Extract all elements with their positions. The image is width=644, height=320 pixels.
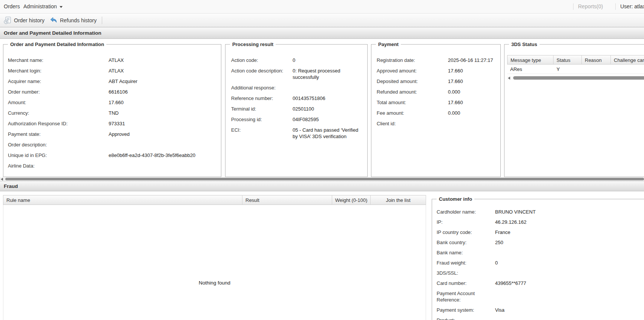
field-row: IP country code:France [437, 229, 644, 235]
column-header[interactable]: Reason [582, 55, 611, 65]
field-value: 05 - Card has passed ‘Verified by VISA’ … [293, 127, 363, 140]
field-label: Client id: [377, 120, 448, 127]
column-header[interactable]: Result [242, 195, 332, 205]
field-label: Payment Account Reference: [437, 290, 495, 303]
field-value: 250 [495, 239, 644, 246]
field-row: Product: [437, 317, 644, 320]
field-row: Action code:0 [231, 57, 363, 63]
field-row: Bank name: [437, 249, 644, 256]
column-header[interactable]: Challenge cancel [611, 55, 644, 65]
field-label: Airline Data: [8, 163, 109, 169]
menubar-divider [573, 3, 573, 10]
table-row[interactable]: AResY [507, 65, 644, 74]
field-label: Deposited amount: [377, 78, 448, 85]
field-row: Merchant name:ATLAX [8, 57, 217, 63]
field-label: Order number: [8, 89, 109, 95]
scroll-left-arrow-icon[interactable] [1, 178, 3, 181]
field-label: IP country code: [437, 229, 495, 235]
field-label: Authorization Response ID: [8, 120, 109, 127]
refunds-history-label: Refunds history [60, 17, 97, 23]
field-value: 2025-06-16 11:27:17 [448, 57, 497, 63]
field-label: Approved amount: [377, 68, 448, 74]
field-value: ATLAX [109, 68, 217, 74]
field-row: Terminal id:02501100 [231, 106, 363, 112]
field-label: Unique id in EPG: [8, 152, 109, 158]
section-header-order-payment: Order and Payment Detailed Information [0, 27, 644, 39]
field-row: Payment state:Approved [8, 131, 217, 137]
field-value [109, 163, 217, 169]
column-header[interactable]: Status [554, 55, 582, 65]
field-row: Refunded amount:0.000 [377, 89, 497, 95]
three-ds-horizontal-scrollbar[interactable] [507, 76, 644, 80]
field-label: Merchant login: [8, 68, 109, 74]
field-value: France [495, 229, 644, 235]
menu-orders[interactable]: Orders [4, 0, 20, 13]
order-payment-pane: Order and Payment Detailed Information M… [0, 39, 644, 177]
field-row: IP:46.29.126.162 [437, 219, 644, 225]
field-label: Action code: [231, 57, 293, 63]
caret-down-icon [60, 6, 63, 8]
field-label: Payment state: [8, 131, 109, 137]
scrollbar-thumb[interactable] [513, 76, 644, 80]
column-header[interactable]: Message type [507, 55, 554, 65]
payment-legend: Payment [376, 42, 401, 47]
processing-result-legend: Processing result [230, 42, 276, 47]
main-horizontal-scrollbar[interactable] [0, 177, 644, 181]
field-label: Amount: [8, 99, 109, 106]
field-row: 3DS/SSL: [437, 270, 644, 276]
field-value: 17.660 [448, 68, 497, 74]
toolbar-divider [102, 17, 102, 24]
refunds-history-icon [49, 16, 58, 25]
field-value: 17.660 [109, 99, 217, 106]
refunds-history-button[interactable]: Refunds history [48, 15, 98, 26]
field-value [293, 85, 363, 91]
scrollbar-thumb[interactable] [5, 178, 644, 180]
field-row: Merchant login:ATLAX [8, 68, 217, 74]
field-row: ECI:05 - Card has passed ‘Verified by VI… [231, 127, 363, 140]
column-header[interactable]: Rule name [3, 195, 242, 205]
current-user-label: User: atlax_ [620, 0, 644, 13]
field-label: Refunded amount: [377, 89, 448, 95]
field-label: Registration date: [377, 57, 448, 63]
field-row: Payment system:Visa [437, 307, 644, 313]
field-row: Unique id in EPG:e8e0b6ff-ea2d-4307-8f2b… [8, 152, 217, 158]
order-history-button[interactable]: Order history [2, 15, 46, 26]
field-row: Card number:439655**6777 [437, 280, 644, 286]
three-ds-table-body: AResY [507, 65, 644, 74]
processing-result-rows: Action code:0Action code description:0: … [225, 45, 367, 140]
field-value: 973331 [109, 120, 217, 127]
order-details-legend: Order and Payment Detailed Information [8, 42, 106, 47]
toolbar: Order history Refunds history [0, 14, 644, 27]
order-history-icon [3, 16, 12, 25]
field-label: Fraud weight: [437, 260, 495, 266]
field-row: Client id: [377, 120, 497, 127]
field-value: 17.660 [448, 99, 497, 106]
field-value: 17.660 [448, 78, 497, 85]
three-ds-status-legend: 3DS Status [509, 42, 540, 47]
field-row: Fraud weight:0 [437, 260, 644, 266]
field-row: Bank country:250 [437, 239, 644, 246]
field-value: ATLAX [109, 57, 217, 63]
payment-rows: Registration date:2025-06-16 11:27:17App… [371, 45, 500, 127]
menu-reports[interactable]: Reports(0) [578, 0, 603, 13]
column-header[interactable]: Weight (0-100) [332, 195, 371, 205]
menu-administration[interactable]: Administration [23, 0, 63, 13]
fraud-rules-table: Rule nameResultWeight (0-100)Join the li… [3, 195, 426, 320]
field-value: 46.29.126.162 [495, 219, 644, 225]
field-value [495, 290, 644, 303]
field-value [109, 142, 217, 148]
scroll-left-arrow-icon[interactable] [508, 77, 510, 80]
field-label: Currency: [8, 110, 109, 116]
section-header-fraud: Fraud [0, 181, 644, 191]
field-value: 0 [495, 260, 644, 266]
field-value: 001435751806 [293, 95, 363, 102]
order-details-fieldset: Order and Payment Detailed Information M… [3, 44, 221, 177]
fraud-pane: Rule nameResultWeight (0-100)Join the li… [0, 191, 644, 320]
field-row: Order description: [8, 142, 217, 148]
field-row: Action code description:0: Request proce… [231, 68, 363, 80]
column-header[interactable]: Join the list [371, 195, 426, 205]
field-value: 0.000 [448, 89, 497, 95]
processing-result-fieldset: Processing result Action code:0Action co… [225, 44, 368, 177]
field-value: 02501100 [293, 106, 363, 112]
customer-info-rows: Cardholder name:BRUNO VINCENTIP:46.29.12… [432, 199, 644, 320]
